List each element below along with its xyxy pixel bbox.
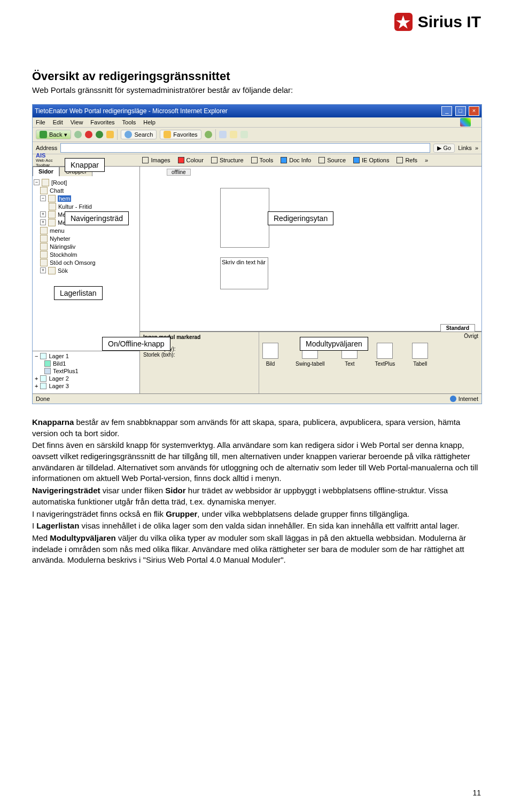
ais-structure[interactable]: Structure: [211, 157, 244, 163]
favorites-button[interactable]: Favorites: [160, 130, 201, 139]
page-icon: [48, 195, 56, 202]
window-buttons: _ □ ×: [440, 106, 479, 116]
ais-ieoptions[interactable]: IE Options: [353, 157, 389, 163]
search-button[interactable]: Search: [121, 130, 157, 139]
nav-toolbar: Back ▾ Search Favorites: [33, 128, 481, 142]
expand-icon[interactable]: +: [40, 211, 46, 217]
page-heading: Översikt av redigeringsgränssnittet: [32, 69, 481, 83]
forward-icon[interactable]: [74, 131, 82, 138]
address-bar: Address ▶ Go Links»: [33, 142, 481, 154]
offline-badge: offline: [167, 169, 191, 176]
collapse-icon[interactable]: −: [34, 179, 40, 185]
ais-images[interactable]: Images: [142, 157, 170, 163]
module-bild[interactable]: Bild: [262, 343, 278, 367]
layer-icon: [40, 383, 46, 389]
colour-icon: [178, 157, 184, 163]
media-icon[interactable]: [205, 131, 212, 138]
page-icon: [40, 251, 48, 258]
main-column: offline Skriv din text här Standard Övri…: [140, 167, 481, 396]
ais-docinfo[interactable]: Doc Info: [281, 157, 311, 163]
callout-onoff: On/Offline-knapp: [102, 337, 170, 351]
windows-flag-icon: [460, 118, 471, 127]
home-icon[interactable]: [106, 131, 114, 138]
expand-icon[interactable]: +: [35, 375, 38, 382]
module-field-size: Storlek (bxh):: [143, 352, 255, 358]
side-column: Sidor Grupper −[Root] Chatt −hem Kultur …: [33, 167, 140, 396]
layer-icon: [40, 375, 46, 382]
close-icon[interactable]: ×: [469, 106, 479, 116]
source-icon: [318, 157, 325, 163]
module-tab-standard[interactable]: Standard: [440, 324, 475, 332]
back-button[interactable]: Back ▾: [36, 130, 71, 139]
module-tabell[interactable]: Tabell: [412, 343, 428, 367]
menu-edit[interactable]: Edit: [53, 119, 63, 125]
collapse-icon[interactable]: −: [35, 353, 38, 359]
text-icon: [44, 368, 51, 374]
canvas-module-2[interactable]: Skriv din text här: [220, 257, 268, 289]
collapse-icon[interactable]: −: [40, 195, 46, 201]
images-icon: [142, 157, 149, 163]
page-icon: [40, 259, 48, 266]
body-paragraph: Navigeringsträdet visar under fliken Sid…: [32, 485, 481, 507]
image-icon: [44, 360, 51, 367]
menu-file[interactable]: File: [36, 119, 45, 125]
ais-source[interactable]: Source: [318, 157, 346, 163]
body-paragraph: Det finns även en särskild knapp för sys…: [32, 440, 481, 484]
body-paragraph: Med Modultypväljaren väljer du vilka oli…: [32, 533, 481, 566]
ais-colour[interactable]: Colour: [178, 157, 204, 163]
address-input[interactable]: [60, 143, 430, 153]
callout-knappar: Knappar: [65, 158, 105, 172]
nav-tree[interactable]: −[Root] Chatt −hem Kultur - Fritid +Medi…: [33, 176, 139, 351]
stop-icon[interactable]: [85, 131, 92, 138]
docinfo-icon: [281, 157, 287, 163]
module-buttons: Bild Swing-tabell Text TextPlus Tabell: [259, 332, 481, 396]
page-icon: [49, 203, 56, 210]
menu-tools[interactable]: Tools: [122, 119, 136, 125]
menu-view[interactable]: View: [71, 119, 83, 125]
expand-icon[interactable]: +: [40, 267, 46, 273]
mail-icon[interactable]: [219, 131, 227, 138]
links-label: Links: [458, 145, 472, 151]
minimize-icon[interactable]: _: [441, 106, 452, 116]
brand-text: Sirius IT: [418, 13, 481, 31]
structure-icon: [211, 157, 217, 163]
menu-favorites[interactable]: Favorites: [90, 119, 114, 125]
window-titlebar: TietoEnator Web Portal redigeringsläge -…: [33, 105, 481, 117]
search-icon: [125, 131, 132, 138]
page-icon: [42, 179, 49, 186]
ieoptions-icon: [353, 157, 360, 163]
tabell-icon: [412, 343, 428, 359]
go-button[interactable]: ▶ Go: [433, 144, 455, 153]
edit-canvas[interactable]: offline Skriv din text här: [145, 172, 321, 327]
expand-icon[interactable]: +: [40, 219, 46, 225]
page-number: 11: [472, 789, 481, 797]
refs-icon: [397, 157, 403, 163]
body-paragraph: I navigeringsträdet finns också en flik …: [32, 509, 481, 520]
page-icon: [40, 227, 48, 234]
tree-selected[interactable]: hem: [58, 195, 71, 202]
brand-logo: ★ Sirius IT: [394, 13, 481, 31]
ais-tools[interactable]: Tools: [251, 157, 274, 163]
menu-help[interactable]: Help: [143, 119, 156, 125]
address-label: Address: [36, 145, 57, 151]
body-text: Knapparna består av fem snabbknappar som…: [32, 417, 481, 566]
refresh-icon[interactable]: [96, 131, 103, 138]
module-tabs: Standard: [440, 324, 475, 332]
print-icon[interactable]: [230, 131, 237, 138]
callout-redytan: Redigeringsytan: [268, 211, 333, 225]
messenger-icon[interactable]: [240, 131, 248, 138]
tab-sidor[interactable]: Sidor: [33, 167, 59, 176]
canvas-module-1[interactable]: [220, 188, 269, 248]
tools-icon: [251, 157, 258, 163]
content-area: Sidor Grupper −[Root] Chatt −hem Kultur …: [33, 167, 481, 396]
expand-icon[interactable]: +: [35, 383, 38, 389]
page-icon: [40, 235, 48, 242]
layer-list[interactable]: −Lager 1 Bild1 TextPlus1 +Lager 2 +Lager…: [33, 351, 139, 396]
ais-refs[interactable]: Refs: [397, 157, 417, 163]
star-icon: ★: [394, 13, 413, 31]
maximize-icon[interactable]: □: [455, 106, 466, 116]
module-textplus[interactable]: TextPlus: [375, 343, 395, 367]
star-icon: [164, 131, 171, 138]
page-icon: [48, 219, 56, 226]
page-icon: [48, 211, 56, 218]
